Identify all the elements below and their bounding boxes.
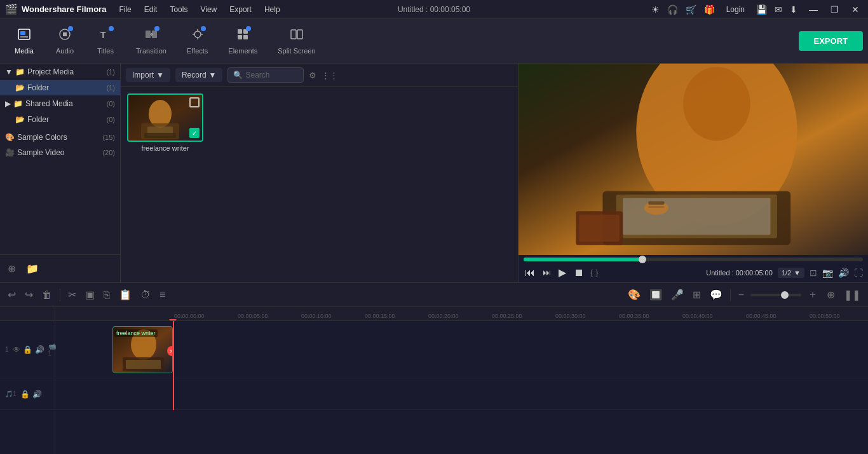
cut-button[interactable]: ✂ bbox=[65, 286, 79, 303]
sample-video-item[interactable]: 🎥 Sample Video (20) bbox=[0, 145, 120, 160]
step-back-button[interactable]: ⏮ bbox=[524, 266, 536, 280]
page-indicator[interactable]: 1/2 ▼ bbox=[778, 268, 804, 278]
ruler-0: 00:00:00:00 bbox=[173, 313, 236, 319]
shop-icon[interactable]: 🛒 bbox=[686, 4, 696, 15]
rewind-button[interactable]: ⏭ bbox=[541, 266, 552, 279]
color-grade-icon[interactable]: 🎨 bbox=[625, 286, 643, 303]
caption-icon[interactable]: 💬 bbox=[707, 286, 725, 303]
svg-point-25 bbox=[683, 67, 750, 141]
track-visibility-icon[interactable]: 👁 bbox=[13, 345, 20, 354]
zoom-in-button[interactable]: ＋ bbox=[805, 285, 820, 304]
svg-rect-28 bbox=[623, 198, 770, 235]
close-button[interactable]: ✕ bbox=[848, 3, 863, 16]
copy-button[interactable]: ⎘ bbox=[101, 287, 112, 303]
video-clip-1[interactable]: freelance writer ✂ bbox=[112, 326, 173, 373]
toolbar-transition[interactable]: Transition bbox=[127, 24, 175, 58]
export-button[interactable]: EXPORT bbox=[799, 31, 863, 51]
left-panel: ▼ 📁 Project Media (1) 📂 Folder (1) ▶ 📁 S… bbox=[0, 64, 121, 282]
shared-folder-count: (0) bbox=[107, 116, 115, 123]
toolbar-split-screen[interactable]: Split Screen bbox=[269, 24, 324, 58]
delete-button[interactable]: 🗑 bbox=[39, 287, 55, 303]
effects-label: Effects bbox=[187, 47, 208, 55]
svg-text:T: T bbox=[100, 30, 106, 40]
audio-lock-icon[interactable]: 🔒 bbox=[20, 390, 30, 399]
audio-volume-icon[interactable]: 🔊 bbox=[32, 390, 42, 399]
bracket-open-button[interactable]: { bbox=[590, 268, 593, 277]
mask-icon[interactable]: 🔲 bbox=[647, 286, 665, 303]
undo-button[interactable]: ↩ bbox=[5, 286, 18, 303]
elements-label: Elements bbox=[228, 47, 257, 55]
paste-button[interactable]: 📋 bbox=[116, 286, 134, 303]
toolbar-effects[interactable]: Effects bbox=[178, 24, 217, 58]
search-field[interactable]: 🔍 Search bbox=[227, 67, 304, 83]
menu-help[interactable]: Help bbox=[259, 3, 285, 16]
fit-screen-icon[interactable]: ⊡ bbox=[810, 268, 817, 278]
zoom-handle bbox=[781, 291, 789, 299]
play-button[interactable]: ▶ bbox=[557, 265, 567, 280]
timer-button[interactable]: ⏱ bbox=[138, 287, 153, 303]
grid-view-icon[interactable]: ⋮⋮ bbox=[322, 71, 338, 80]
audio-dot bbox=[68, 26, 73, 31]
menu-edit[interactable]: Edit bbox=[139, 3, 163, 16]
new-folder-button[interactable]: 📁 bbox=[24, 260, 41, 277]
record-button[interactable]: Record ▼ bbox=[175, 68, 223, 82]
add-track-button[interactable]: ⊕ bbox=[824, 286, 837, 303]
shared-media-header[interactable]: ▶ 📁 Shared Media (0) bbox=[0, 95, 120, 112]
more-options-icon[interactable]: ❚❚ bbox=[841, 286, 863, 303]
mail-icon[interactable]: ✉ bbox=[775, 4, 782, 15]
fullscreen-icon[interactable]: ⛶ bbox=[854, 268, 863, 278]
folder-count: (1) bbox=[107, 84, 115, 92]
media-icon bbox=[17, 27, 31, 45]
audio-record-icon[interactable]: 🎤 bbox=[668, 286, 686, 303]
effects-dot bbox=[201, 26, 206, 31]
zoom-out-button[interactable]: − bbox=[736, 287, 747, 303]
panel-footer: ⊕ 📁 bbox=[0, 254, 120, 282]
bracket-close-button[interactable]: } bbox=[595, 268, 598, 277]
project-media-header[interactable]: ▼ 📁 Project Media (1) bbox=[0, 64, 120, 80]
shared-folder-icon: 📁 bbox=[13, 99, 23, 108]
volume-icon[interactable]: 🔊 bbox=[838, 268, 849, 278]
media-clip-freelance[interactable]: ✓ freelance writer bbox=[127, 93, 203, 276]
maximize-button[interactable]: ❐ bbox=[827, 3, 843, 16]
import-button[interactable]: Import ▼ bbox=[126, 68, 170, 82]
menu-file[interactable]: File bbox=[114, 3, 136, 16]
zoom-slider[interactable] bbox=[750, 294, 801, 296]
download-icon[interactable]: ⬇ bbox=[790, 4, 797, 15]
svg-rect-17 bbox=[297, 30, 302, 39]
window-controls: — ❐ ✕ bbox=[805, 3, 863, 16]
chevron-right-icon: ▶ bbox=[5, 99, 11, 108]
toolbar-media[interactable]: Media bbox=[5, 24, 43, 58]
progress-bar[interactable] bbox=[524, 258, 863, 261]
headphone-icon[interactable]: 🎧 bbox=[667, 4, 678, 15]
toolbar-elements[interactable]: Elements bbox=[219, 24, 266, 58]
crop-button[interactable]: ▣ bbox=[83, 286, 97, 303]
redo-button[interactable]: ↪ bbox=[22, 286, 36, 303]
login-button[interactable]: Login bbox=[722, 4, 749, 15]
audio-1-label: 🎵1 🔒 🔊 bbox=[0, 378, 55, 410]
adjust-button[interactable]: ≡ bbox=[157, 287, 168, 303]
menu-tools[interactable]: Tools bbox=[165, 3, 193, 16]
gift-icon[interactable]: 🎁 bbox=[704, 4, 715, 15]
menu-view[interactable]: View bbox=[195, 3, 222, 16]
stop-button[interactable]: ⏹ bbox=[573, 266, 585, 280]
sample-colors-item[interactable]: 🎨 Sample Colors (15) bbox=[0, 130, 120, 145]
add-media-button[interactable]: ⊕ bbox=[5, 260, 18, 277]
filter-icon[interactable]: ⚙ bbox=[309, 71, 316, 80]
shared-media-count: (0) bbox=[107, 100, 115, 107]
menu-export[interactable]: Export bbox=[224, 3, 257, 16]
shared-folder-item[interactable]: 📂 Folder (0) bbox=[0, 112, 120, 127]
clip-label: freelance writer bbox=[127, 144, 203, 152]
split-view-icon[interactable]: ⊞ bbox=[690, 286, 703, 303]
track-mute-icon[interactable]: 🔊 bbox=[35, 345, 44, 354]
toolbar-audio[interactable]: Audio bbox=[46, 24, 84, 58]
brightness-icon[interactable]: ☀ bbox=[651, 4, 660, 15]
screenshot-icon[interactable]: 📷 bbox=[822, 268, 833, 278]
minimize-button[interactable]: — bbox=[805, 3, 822, 16]
svg-rect-31 bbox=[648, 206, 664, 208]
clip-title: freelance writer bbox=[114, 329, 158, 337]
folder-item[interactable]: 📂 Folder (1) bbox=[0, 80, 120, 95]
toolbar-titles[interactable]: T Titles bbox=[86, 24, 125, 58]
import-label: Import bbox=[132, 71, 154, 79]
save-icon[interactable]: 💾 bbox=[756, 4, 767, 15]
track-lock-icon[interactable]: 🔒 bbox=[23, 345, 32, 354]
